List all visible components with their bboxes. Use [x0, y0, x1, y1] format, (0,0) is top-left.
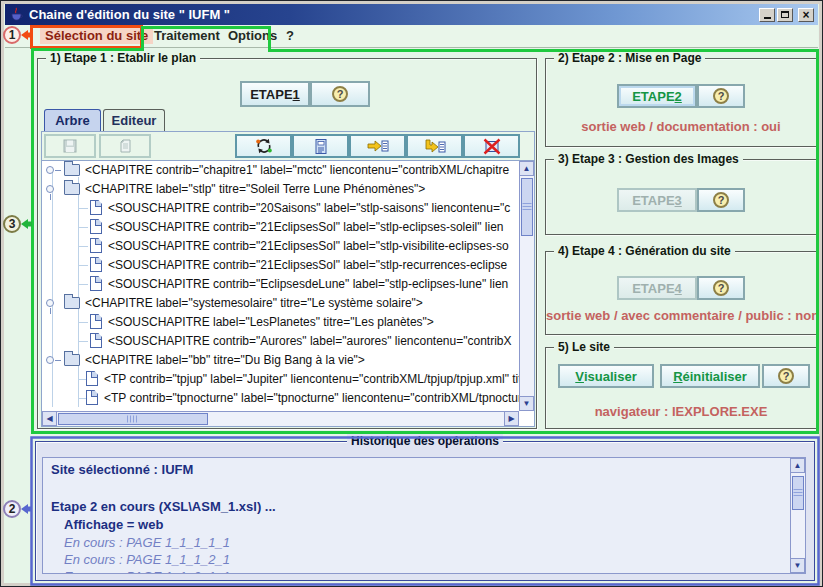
menu-help[interactable]: ? [286, 28, 294, 43]
save-icon [62, 138, 78, 154]
etape1-button[interactable]: ETAPE 1 [240, 81, 310, 107]
tree-row[interactable]: <SOUSCHAPITRE contrib="20Saisons" label=… [42, 199, 519, 218]
java-logo-icon [9, 7, 24, 22]
history-title: Historique des opérations [347, 434, 503, 448]
etape4-help-button[interactable]: ? [697, 276, 745, 300]
scroll-down-button[interactable]: ▼ [790, 558, 805, 573]
tree-row[interactable]: <SOUSCHAPITRE contrib="Aurores" label="a… [42, 332, 519, 351]
history-panel: Historique des opérations Site sélection… [35, 441, 815, 581]
etape2-button[interactable]: ETAPE 2 [617, 84, 697, 108]
maximize-button[interactable] [777, 8, 793, 22]
down-arrow-icon: ▼ [794, 562, 802, 570]
tree-row[interactable]: <SOUSCHAPITRE contrib="21EclipsesSol" la… [42, 218, 519, 237]
history-line: Affichage = web [51, 517, 785, 535]
tab-arbre[interactable]: Arbre [44, 109, 101, 131]
document-icon [86, 371, 98, 386]
tree-row[interactable]: <CHAPITRE label="bb" titre="Du Big Bang … [42, 351, 519, 370]
tree-row[interactable]: <CHAPITRE label="systemesolaire" titre="… [42, 294, 519, 313]
history-line: En cours : PAGE 1_1_1_2_1 [51, 552, 785, 569]
menu-selection-du-site[interactable]: Sélection du site [40, 27, 153, 44]
etape4-button[interactable]: ETAPE 4 [617, 276, 697, 300]
help-icon: ? [713, 88, 729, 104]
minimize-icon [764, 17, 771, 19]
history-line [51, 480, 785, 499]
close-button[interactable]: × [798, 8, 814, 22]
tree-row[interactable]: <SOUSCHAPITRE label="LesPlanetes" titre=… [42, 313, 519, 332]
save-button[interactable] [44, 134, 96, 158]
tree-expand-handle[interactable] [46, 166, 54, 174]
document-icon [86, 390, 98, 405]
etape3-button[interactable]: ETAPE 3 [617, 188, 697, 212]
site-title: 5) Le site [554, 340, 614, 354]
etape3-panel: 3) Etape 3 : Gestion des Images ETAPE 3 … [545, 159, 817, 235]
callout-2: 2 [3, 500, 21, 518]
tree-row[interactable]: <SOUSCHAPITRE contrib="EclipsesdeLune" l… [42, 275, 519, 294]
tab-editeur[interactable]: Editeur [103, 109, 165, 131]
minimize-button[interactable] [759, 8, 775, 22]
visualiser-button[interactable]: Visualiser [558, 364, 654, 388]
history-line: Etape 2 en cours (XSL\ASM_1.xsl) ... [51, 499, 785, 517]
app-window: Chaine d'édition du site " IUFM " × Séle… [0, 0, 823, 587]
scroll-down-button[interactable]: ▼ [519, 396, 534, 411]
etape2-panel: 2) Etape 2 : Mise en Page ETAPE 2 ? sort… [545, 58, 817, 147]
folder-icon [64, 297, 80, 309]
right-arrow-icon: ▶ [508, 415, 514, 423]
scroll-up-button[interactable]: ▲ [519, 161, 534, 176]
document-icon [90, 219, 102, 234]
insert-child-node-button[interactable] [406, 134, 463, 158]
menu-bar: Sélection du site Traitement Options ? [5, 25, 818, 48]
etape1-panel: 1) Etape 1 : Etablir le plan ETAPE 1 ? A… [37, 58, 537, 429]
refresh-button[interactable] [235, 134, 292, 158]
scrollbar-thumb[interactable] [792, 476, 804, 510]
tree-row[interactable]: <TP contrib="tpnocturne" label="tpnoctur… [42, 389, 519, 408]
scroll-left-button[interactable]: ◀ [42, 411, 57, 426]
help-icon: ? [332, 86, 348, 102]
tree-horizontal-scrollbar[interactable]: ◀ ▶ [42, 411, 519, 426]
tree-row[interactable]: <CHAPITRE label="stlp" titre="Soleil Ter… [42, 180, 519, 199]
etape4-status: sortie web / avec commentaire / public :… [546, 308, 816, 323]
maximize-icon [781, 11, 789, 18]
etape1-title: 1) Etape 1 : Etablir le plan [46, 51, 200, 65]
delete-node-icon [482, 138, 502, 155]
folder-icon [64, 354, 80, 366]
site-help-button[interactable]: ? [762, 364, 810, 388]
insert-child-node-icon [424, 138, 446, 154]
document-icon [90, 257, 102, 272]
scrollbar-thumb[interactable] [521, 178, 533, 236]
report-document-button[interactable] [292, 134, 349, 158]
document-icon [90, 200, 102, 215]
etape2-help-button[interactable]: ? [697, 84, 745, 108]
tree-collapse-handle[interactable] [46, 185, 54, 193]
paste-document-icon [117, 138, 133, 154]
reinitialiser-button[interactable]: Réinitialiser [660, 364, 760, 388]
callout-1: 1 [3, 26, 21, 44]
history-textarea[interactable]: Site sélectionné : IUFM Etape 2 en cours… [42, 457, 806, 574]
tree-vertical-scrollbar[interactable]: ▲ ▼ [519, 161, 534, 411]
tree-expand-handle[interactable] [46, 356, 54, 364]
menu-options[interactable]: Options [228, 28, 277, 43]
tree-collapse-handle[interactable] [46, 299, 54, 307]
tree-panel: <CHAPITRE contrib="chapitre1" label="mct… [42, 160, 534, 426]
etape3-help-button[interactable]: ? [697, 188, 745, 212]
scroll-up-button[interactable]: ▲ [790, 458, 805, 473]
up-arrow-icon: ▲ [794, 462, 802, 470]
paste-document-button[interactable] [99, 134, 151, 158]
etape3-title: 3) Etape 3 : Gestion des Images [554, 152, 743, 166]
folder-icon [64, 183, 80, 195]
tree-row[interactable]: <SOUSCHAPITRE contrib="21EclipsesSol" la… [42, 256, 519, 275]
document-icon [90, 333, 102, 348]
help-icon: ? [713, 192, 729, 208]
tree-row[interactable]: <CHAPITRE contrib="chapitre1" label="mct… [42, 161, 519, 180]
delete-node-button[interactable] [463, 134, 520, 158]
history-vertical-scrollbar[interactable]: ▲ ▼ [790, 458, 805, 573]
tree-row[interactable]: <SOUSCHAPITRE contrib="21EclipsesSol" la… [42, 237, 519, 256]
up-arrow-icon: ▲ [523, 165, 531, 173]
tree-row[interactable]: <TP contrib="tpjup" label="Jupiter" lien… [42, 370, 519, 389]
callout2-arrowhead [21, 504, 28, 514]
scroll-right-button[interactable]: ▶ [504, 411, 519, 426]
left-arrow-icon: ◀ [46, 415, 52, 423]
etape1-help-button[interactable]: ? [310, 81, 370, 107]
scrollbar-thumb[interactable] [58, 413, 208, 425]
menu-traitement[interactable]: Traitement [154, 28, 220, 43]
insert-node-button[interactable] [349, 134, 406, 158]
